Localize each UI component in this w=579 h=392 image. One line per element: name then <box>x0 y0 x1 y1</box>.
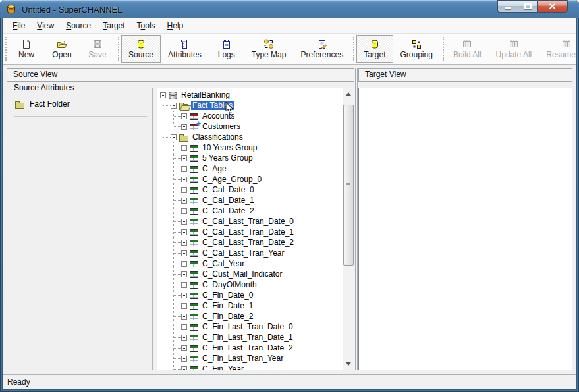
tree-item[interactable]: RetailBanking <box>157 90 343 100</box>
tree-expander-icon[interactable] <box>160 92 166 98</box>
menu-item[interactable]: File <box>7 18 31 33</box>
tree-item-label[interactable]: C_Fin_Last_Tran_Date_1 <box>201 333 294 342</box>
tree-item-label[interactable]: C_Cal_Last_Tran_Date_0 <box>201 217 295 226</box>
tree-item-label[interactable]: C_DayOfMonth <box>201 280 258 289</box>
maximize-button[interactable] <box>518 0 537 13</box>
toolbar-grip[interactable] <box>5 37 7 61</box>
tree-item[interactable]: C_Cal_Last_Tran_Year <box>157 248 343 258</box>
tree-item[interactable]: C_Fin_Last_Tran_Year <box>157 353 343 364</box>
toolbar-grip[interactable] <box>443 37 444 61</box>
menu-item[interactable]: Target <box>97 18 130 33</box>
menu-item[interactable]: Source <box>60 18 97 33</box>
toolbar-grip[interactable] <box>353 37 354 61</box>
source-button[interactable]: Source <box>121 35 161 63</box>
tree-item[interactable]: Customers <box>157 121 343 132</box>
tree-item-label[interactable]: C_Fin_Last_Tran_Year <box>201 354 285 363</box>
tree-item[interactable]: C_Fin_Date_0 <box>157 290 343 300</box>
fact-folder-item[interactable]: Fact Folder <box>15 99 146 109</box>
tree-item[interactable]: C_Age <box>157 163 343 174</box>
scrollbar-thumb[interactable] <box>343 105 354 266</box>
tree-item-label[interactable]: C_Age <box>201 164 228 173</box>
target-button[interactable]: Target <box>356 35 393 63</box>
save-button[interactable]: Save <box>80 35 115 63</box>
toolbar-grip[interactable] <box>118 37 119 61</box>
grouping-button[interactable]: Grouping <box>393 35 440 63</box>
tree-item[interactable]: Accounts <box>157 111 343 121</box>
tree-item[interactable]: C_Fin_Last_Tran_Date_1 <box>157 332 343 343</box>
tree-item-label[interactable]: Customers <box>201 122 242 131</box>
tree-expander-icon[interactable] <box>181 345 187 351</box>
tree-item[interactable]: Fact Tables <box>157 100 343 111</box>
tree-item[interactable]: C_Cal_Last_Tran_Date_0 <box>157 216 343 227</box>
menu-item[interactable]: Help <box>161 18 190 33</box>
tree-item[interactable]: C_Cal_Date_2 <box>157 206 343 216</box>
minimize-button[interactable] <box>497 0 518 13</box>
tree-item[interactable]: C_Cal_Year <box>157 258 343 269</box>
tree-item-label[interactable]: C_Cal_Date_0 <box>201 185 256 194</box>
tree-expander-icon[interactable] <box>181 271 187 277</box>
tree-expander-icon[interactable] <box>171 103 177 109</box>
tree-item-label[interactable]: 5 Years Group <box>201 154 254 163</box>
tree-expander-icon[interactable] <box>181 282 187 288</box>
tree-expander-icon[interactable] <box>181 219 187 225</box>
tree-item[interactable]: C_DayOfMonth <box>157 279 343 290</box>
tree-expander-icon[interactable] <box>181 229 187 235</box>
tree-scrollbar[interactable] <box>343 88 354 370</box>
tree-expander-icon[interactable] <box>181 177 187 182</box>
resume-all-button[interactable]: Resume All <box>539 35 576 63</box>
tree-expander-icon[interactable] <box>181 293 187 298</box>
tree-item[interactable]: C_Fin_Date_2 <box>157 311 343 322</box>
scroll-up-button[interactable] <box>343 88 354 99</box>
tree-item-label[interactable]: C_Fin_Year <box>201 364 245 370</box>
preferences-button[interactable]: Preferences <box>293 35 350 63</box>
open-button[interactable]: Open <box>44 35 80 63</box>
tree-item-label[interactable]: RetailBanking <box>180 90 231 99</box>
tree-expander-icon[interactable] <box>181 250 187 256</box>
target-view-content[interactable] <box>358 88 572 370</box>
tree-item-label[interactable]: C_Cal_Year <box>201 259 246 268</box>
tree-expander-icon[interactable] <box>181 335 187 341</box>
tree-item[interactable]: 10 Years Group <box>157 142 343 153</box>
tree-item-label[interactable]: C_Cal_Last_Tran_Year <box>201 248 286 258</box>
menu-item[interactable]: Tools <box>131 18 161 33</box>
build-all-button[interactable]: Build All <box>446 35 489 63</box>
tree-item-label[interactable]: 10 Years Group <box>201 143 258 152</box>
tree-expander-icon[interactable] <box>181 187 187 193</box>
tree-item[interactable]: Classifications <box>157 132 343 142</box>
tree-expander-icon[interactable] <box>171 134 177 140</box>
tree-expander-icon[interactable] <box>181 303 187 309</box>
tree-item-label[interactable]: C_Fin_Date_1 <box>201 301 254 310</box>
tree-item[interactable]: C_Cal_Date_0 <box>157 184 343 195</box>
tree-item-label[interactable]: C_Cal_Date_1 <box>201 196 256 205</box>
tree-item[interactable]: C_Fin_Year <box>157 364 343 370</box>
tree-expander-icon[interactable] <box>181 198 187 204</box>
pane-splitter[interactable] <box>355 68 358 370</box>
tree-item-label[interactable]: C_Cust_Mail_Indicator <box>201 269 283 279</box>
tree-expander-icon[interactable] <box>181 166 187 172</box>
tree-item-label[interactable]: C_Cal_Last_Tran_Date_2 <box>201 238 295 247</box>
menu-item[interactable]: View <box>31 18 60 33</box>
tree-item[interactable]: C_Cust_Mail_Indicator <box>157 269 343 279</box>
tree-item[interactable]: C_Fin_Last_Tran_Date_2 <box>157 343 343 353</box>
tree-expander-icon[interactable] <box>181 124 187 130</box>
tree-item[interactable]: C_Fin_Date_1 <box>157 300 343 311</box>
tree-item-label[interactable]: C_Fin_Date_0 <box>201 291 254 300</box>
tree-item-label[interactable]: C_Fin_Date_2 <box>201 312 254 321</box>
type-map-button[interactable]: Type Map <box>244 35 294 63</box>
close-button[interactable] <box>537 0 568 13</box>
tree-item-label[interactable]: C_Fin_Last_Tran_Date_2 <box>201 343 294 352</box>
update-all-button[interactable]: Update All <box>489 35 539 63</box>
tree-expander-icon[interactable] <box>181 324 187 330</box>
tree-item-label[interactable]: C_Fin_Last_Tran_Date_0 <box>201 322 294 331</box>
tree-item[interactable]: C_Cal_Last_Tran_Date_1 <box>157 227 343 237</box>
tree-item-label[interactable]: C_Cal_Last_Tran_Date_1 <box>201 227 295 237</box>
tree-expander-icon[interactable] <box>181 145 187 151</box>
tree-item[interactable]: 5 Years Group <box>157 153 343 163</box>
tree-expander-icon[interactable] <box>181 155 187 161</box>
tree-expander-icon[interactable] <box>181 240 187 246</box>
tree-expander-icon[interactable] <box>181 314 187 320</box>
tree-item[interactable]: C_Cal_Last_Tran_Date_2 <box>157 237 343 248</box>
scroll-down-button[interactable] <box>343 358 354 370</box>
attributes-button[interactable]: Attributes <box>161 35 209 63</box>
tree-expander-icon[interactable] <box>181 261 187 267</box>
